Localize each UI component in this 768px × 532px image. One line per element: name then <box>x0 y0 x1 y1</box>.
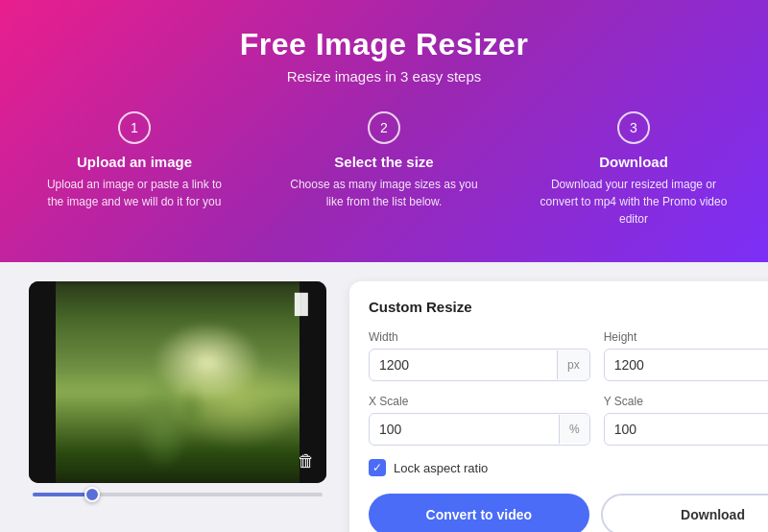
step-2: 2 Select the size Choose as many image s… <box>288 111 480 228</box>
slider-thumb[interactable] <box>84 487 100 502</box>
lock-checkbox[interactable]: ✓ <box>369 459 386 476</box>
steps-container: 1 Upload an image Upload an image or pas… <box>19 111 749 228</box>
step-1: 1 Upload an image Upload an image or pas… <box>38 111 230 228</box>
step-2-number: 2 <box>368 111 400 144</box>
nature-image <box>29 281 326 483</box>
image-panel: ▐▌ 🗑 <box>29 281 326 496</box>
height-label: Height <box>604 330 768 344</box>
height-input[interactable] <box>605 350 768 380</box>
height-group: Height px <box>604 330 768 381</box>
width-input-wrap: px <box>369 349 590 381</box>
yscale-input[interactable] <box>605 414 768 445</box>
slider-fill <box>33 493 90 496</box>
height-input-wrap: px <box>604 349 768 381</box>
width-group: Width px <box>369 330 590 381</box>
step-2-title: Select the size <box>334 154 433 170</box>
page-title: Free Image Resizer <box>19 27 749 62</box>
download-button[interactable]: Download <box>601 494 768 532</box>
image-preview <box>29 281 326 483</box>
slider-track[interactable] <box>33 493 323 496</box>
page-subtitle: Resize images in 3 easy steps <box>19 68 749 85</box>
xscale-unit: % <box>559 415 589 444</box>
scale-row: X Scale % Y Scale % <box>369 395 768 446</box>
step-3-desc: Download your resized image or convert t… <box>538 176 730 228</box>
image-bar-left <box>29 281 56 483</box>
step-1-desc: Upload an image or paste a link to the i… <box>38 176 230 210</box>
bars-icon: ▐▌ <box>288 293 315 315</box>
xscale-group: X Scale % <box>369 395 590 446</box>
yscale-group: Y Scale % <box>604 395 768 446</box>
width-unit: px <box>557 351 589 379</box>
width-label: Width <box>369 330 590 344</box>
slider-container[interactable] <box>29 493 326 496</box>
yscale-input-wrap: % <box>604 413 768 446</box>
convert-button[interactable]: Convert to video <box>369 494 589 532</box>
lock-label: Lock aspect ratio <box>394 461 488 475</box>
image-container: ▐▌ 🗑 <box>29 281 326 483</box>
step-1-title: Upload an image <box>77 154 192 170</box>
lock-row: ✓ Lock aspect ratio <box>369 459 768 476</box>
xscale-input[interactable] <box>370 414 559 445</box>
width-height-row: Width px Height px <box>369 330 768 381</box>
step-2-desc: Choose as many image sizes as you like f… <box>288 176 480 210</box>
xscale-label: X Scale <box>369 395 590 408</box>
main-content: ▐▌ 🗑 Custom Resize Width px Height <box>0 262 768 532</box>
width-input[interactable] <box>370 350 557 380</box>
xscale-input-wrap: % <box>369 413 590 446</box>
yscale-label: Y Scale <box>604 395 768 408</box>
check-icon: ✓ <box>372 462 382 473</box>
trash-icon[interactable]: 🗑 <box>298 451 315 472</box>
resize-title: Custom Resize <box>369 299 768 315</box>
step-1-number: 1 <box>118 111 151 144</box>
step-3: 3 Download Download your resized image o… <box>538 111 730 228</box>
step-3-title: Download <box>599 154 668 170</box>
button-row: Convert to video Download <box>369 494 768 532</box>
step-3-number: 3 <box>617 111 650 144</box>
hero-section: Free Image Resizer Resize images in 3 ea… <box>0 0 768 262</box>
resize-panel: Custom Resize Width px Height px X Scale <box>349 281 768 532</box>
